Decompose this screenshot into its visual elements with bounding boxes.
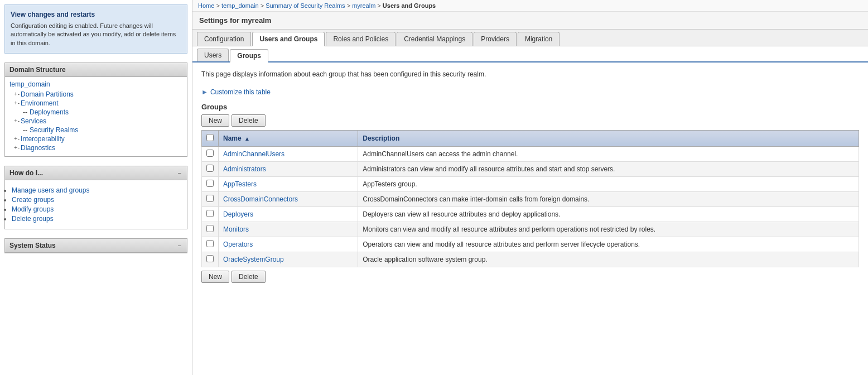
- tab-providers[interactable]: Providers: [474, 32, 517, 46]
- group-description: Operators can view and modify all resour…: [358, 237, 859, 252]
- table-row: OperatorsOperators can view and modify a…: [202, 237, 859, 252]
- manage-users-groups-link[interactable]: Manage users and groups: [12, 186, 89, 194]
- breadcrumb: Home > temp_domain > Summary of Security…: [192, 0, 868, 12]
- row-checkbox[interactable]: [206, 255, 214, 262]
- group-description: AdminChannelUsers can access the admin c…: [358, 147, 859, 162]
- modify-groups-link[interactable]: Modify groups: [12, 205, 54, 213]
- view-changes-title[interactable]: View changes and restarts: [11, 11, 181, 18]
- th-description: Description: [358, 131, 859, 147]
- tree-root-temp-domain[interactable]: temp_domain: [9, 80, 182, 88]
- select-all-checkbox[interactable]: [206, 134, 214, 141]
- table-row: OracleSystemGroupOracle application soft…: [202, 252, 859, 267]
- tree-item-deployments: --Deployments: [9, 108, 182, 116]
- expand-icon[interactable]: +-: [14, 144, 20, 151]
- collapse-how-do-i-button[interactable]: −: [177, 170, 182, 176]
- arrow-icon: ►: [201, 88, 208, 96]
- tree-item-security-realms: --Security Realms: [9, 126, 182, 134]
- group-name-link[interactable]: AppTesters: [223, 180, 257, 188]
- breadcrumb-current: Users and Groups: [383, 2, 436, 9]
- top-button-bar: New Delete: [201, 114, 859, 127]
- tree-item-environment: +- Environment: [9, 99, 182, 107]
- group-description: AppTesters group.: [358, 177, 859, 192]
- system-status-header: System Status −: [5, 239, 187, 253]
- expand-icon[interactable]: +-: [14, 135, 20, 142]
- table-row: AppTestersAppTesters group.: [202, 177, 859, 192]
- sort-icon: ▲: [244, 136, 250, 142]
- delete-button-top[interactable]: Delete: [232, 114, 266, 127]
- row-checkbox[interactable]: [206, 240, 214, 247]
- collapse-system-status-button[interactable]: −: [177, 242, 182, 249]
- tab-credential-mappings[interactable]: Credential Mappings: [397, 32, 472, 46]
- domain-tree: temp_domain +- Domain Partitions +- Envi…: [5, 77, 187, 156]
- group-name-link[interactable]: CrossDomainConnectors: [223, 195, 298, 203]
- row-checkbox[interactable]: [206, 180, 214, 187]
- group-name-link[interactable]: AdminChannelUsers: [223, 150, 284, 158]
- domain-structure-header: Domain Structure: [5, 63, 187, 77]
- tab-roles-and-policies[interactable]: Roles and Policies: [326, 32, 396, 46]
- sub-tab-users[interactable]: Users: [197, 49, 229, 61]
- list-item: Manage users and groups: [12, 186, 182, 194]
- th-select-all: [202, 131, 219, 147]
- row-checkbox[interactable]: [206, 210, 214, 217]
- expand-icon[interactable]: +-: [14, 99, 20, 106]
- tab-migration[interactable]: Migration: [518, 32, 560, 46]
- system-status-box: System Status −: [4, 238, 187, 253]
- group-name-link[interactable]: Administrators: [223, 165, 266, 173]
- table-row: MonitorsMonitors can view and modify all…: [202, 222, 859, 237]
- view-changes-box: View changes and restarts Configuration …: [4, 4, 187, 54]
- row-checkbox[interactable]: [206, 195, 214, 202]
- row-checkbox[interactable]: [206, 165, 214, 172]
- new-button-bottom[interactable]: New: [201, 271, 229, 283]
- tree-item-diagnostics: +- Diagnostics: [9, 144, 182, 152]
- new-button-top[interactable]: New: [201, 114, 229, 127]
- group-name-link[interactable]: Monitors: [223, 225, 249, 233]
- expand-icon[interactable]: +-: [14, 90, 20, 97]
- content-area: This page displays information about eac…: [192, 62, 868, 375]
- sub-tab-groups[interactable]: Groups: [230, 49, 268, 62]
- customize-table-link[interactable]: ► Customize this table: [201, 88, 859, 96]
- main-content: Home > temp_domain > Summary of Security…: [192, 0, 868, 375]
- table-row: AdministratorsAdministrators can view an…: [202, 162, 859, 177]
- groups-table: Name ▲ Description AdminChannelUsersAdmi…: [201, 130, 859, 267]
- group-description: Monitors can view and modify all resourc…: [358, 222, 859, 237]
- group-name-link[interactable]: Operators: [223, 241, 253, 248]
- description-text: This page displays information about eac…: [201, 69, 859, 79]
- sub-tabs: Users Groups: [192, 46, 868, 62]
- sidebar: View changes and restarts Configuration …: [0, 0, 192, 375]
- tab-users-and-groups[interactable]: Users and Groups: [252, 32, 325, 46]
- group-description: Oracle application software system group…: [358, 252, 859, 267]
- list-item: Modify groups: [12, 205, 182, 213]
- group-description: Deployers can view all resource attribut…: [358, 207, 859, 222]
- create-groups-link[interactable]: Create groups: [12, 196, 54, 204]
- how-do-i-list: Manage users and groups Create groups Mo…: [5, 180, 187, 229]
- group-name-link[interactable]: Deployers: [223, 210, 253, 218]
- table-row: DeployersDeployers can view all resource…: [202, 207, 859, 222]
- row-checkbox[interactable]: [206, 150, 214, 157]
- th-name-label: Name: [223, 134, 242, 142]
- breadcrumb-summary[interactable]: Summary of Security Realms: [266, 2, 345, 9]
- list-item: Create groups: [12, 196, 182, 204]
- how-do-i-header: How do I... −: [5, 166, 187, 180]
- list-item: Delete groups: [12, 215, 182, 223]
- view-changes-text: Configuration editing is enabled. Future…: [11, 22, 181, 47]
- domain-structure-box: Domain Structure temp_domain +- Domain P…: [4, 62, 187, 157]
- row-checkbox[interactable]: [206, 225, 214, 232]
- tree-item-services: +- Services: [9, 117, 182, 125]
- settings-header: Settings for myrealm: [192, 12, 868, 30]
- expand-icon[interactable]: +-: [14, 117, 20, 124]
- breadcrumb-temp-domain[interactable]: temp_domain: [221, 2, 259, 9]
- group-description: CrossDomainConnectors can make inter-dom…: [358, 192, 859, 207]
- table-row: AdminChannelUsersAdminChannelUsers can a…: [202, 147, 859, 162]
- tab-configuration[interactable]: Configuration: [197, 32, 251, 46]
- group-name-link[interactable]: OracleSystemGroup: [223, 256, 284, 263]
- tree-item-interoperability: +- Interoperability: [9, 135, 182, 143]
- how-do-i-box: How do I... − Manage users and groups Cr…: [4, 166, 187, 229]
- th-name[interactable]: Name ▲: [219, 131, 358, 147]
- main-tabs: Configuration Users and Groups Roles and…: [192, 30, 868, 46]
- delete-button-bottom[interactable]: Delete: [232, 271, 266, 283]
- groups-table-body: AdminChannelUsersAdminChannelUsers can a…: [202, 147, 859, 267]
- breadcrumb-myrealm[interactable]: myrealm: [352, 2, 375, 9]
- bottom-button-bar: New Delete: [201, 271, 859, 283]
- delete-groups-link[interactable]: Delete groups: [12, 215, 54, 223]
- breadcrumb-home[interactable]: Home: [198, 2, 214, 9]
